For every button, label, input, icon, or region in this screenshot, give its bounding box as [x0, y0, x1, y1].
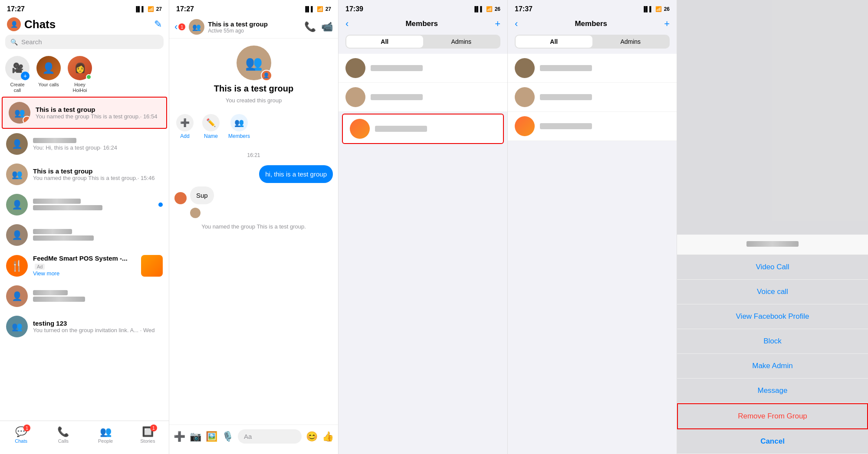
create-call-item[interactable]: 🎥 + Createcall — [5, 56, 30, 93]
nav-chats[interactable]: 💬 1 Chats — [0, 425, 42, 445]
panel-members: 17:39 ▐▌▌ 📶 26 ‹ Members + All Admins — [339, 0, 508, 454]
member-item-1-p3[interactable] — [339, 54, 507, 83]
chat-item-4[interactable]: 👤 — [0, 189, 169, 220]
context-person-name — [677, 235, 868, 255]
chat-item-6[interactable]: 👤 — [0, 281, 169, 311]
chat-info-5 — [33, 228, 163, 242]
chat-item-7[interactable]: 👥 testing 123 You turned on the group in… — [0, 311, 169, 342]
context-message[interactable]: Message — [677, 379, 868, 403]
back-button-p3[interactable]: ‹ — [345, 18, 349, 29]
your-calls-item[interactable]: 👤 Your calls — [36, 56, 61, 88]
chat-name-2 — [33, 137, 163, 144]
time-label-1621: 16:21 — [174, 149, 333, 162]
camera-icon[interactable]: 📷 — [190, 431, 201, 442]
panel-chats: 17:27 ▐▌▌ 📶 27 👤 Chats ✎ 🔍 Search 🎥 + Cr… — [0, 0, 169, 454]
profile-created-label: You created this group — [226, 97, 282, 104]
header-actions: 📞 📹 — [304, 21, 333, 33]
tab-all-p4[interactable]: All — [516, 36, 592, 48]
chat-list: 👥 This is a test group You named the gro… — [0, 97, 169, 421]
chats-header: 👤 Chats ✎ — [0, 15, 169, 35]
member-item-3-p3[interactable] — [342, 114, 504, 144]
ad-item[interactable]: 🍴 FeedMe Smart POS System -... Ad View m… — [0, 250, 169, 281]
member-name-3-p3 — [375, 126, 427, 132]
profile-group-name: This is a test group — [214, 84, 293, 94]
emoji-icon[interactable]: 😊 — [306, 431, 318, 442]
member-name-3-p4 — [540, 123, 592, 129]
name-blur-4 — [33, 199, 81, 204]
member-avatar-2-p3 — [345, 87, 365, 107]
edit-icon[interactable]: ✎ — [154, 19, 162, 30]
context-block[interactable]: Block — [677, 329, 868, 354]
action-members[interactable]: 👥 Members — [228, 114, 250, 139]
back-button-p2[interactable]: ‹ — [174, 21, 178, 33]
chat-meta-4 — [158, 203, 163, 207]
nav-stories[interactable]: 🔲 1 Stories — [127, 425, 169, 445]
name-blur-6 — [33, 290, 68, 295]
tab-admins-p4[interactable]: Admins — [592, 36, 669, 48]
msg-received-group: Sup — [174, 186, 333, 204]
chat-item-3[interactable]: 👥 This is a test group You named the gro… — [0, 159, 169, 189]
context-video-call[interactable]: Video Call — [677, 255, 868, 280]
chat-item-active[interactable]: 👥 This is a test group You named the gro… — [2, 97, 167, 129]
chat-preview-6 — [33, 297, 163, 303]
chat-info-4 — [33, 198, 153, 212]
mic-icon[interactable]: 🎙️ — [222, 431, 233, 442]
user-avatar-header[interactable]: 👤 — [7, 17, 21, 31]
chat-avatar-7: 👥 — [6, 316, 28, 337]
action-name[interactable]: ✏️ Name — [202, 114, 220, 139]
context-voice-call[interactable]: Voice call — [677, 280, 868, 304]
member-item-1-p4[interactable] — [508, 54, 677, 83]
tab-all-p3[interactable]: All — [346, 36, 423, 48]
name-blur-2 — [33, 138, 76, 143]
preview-blur-6 — [33, 297, 85, 302]
time-p2: 17:27 — [176, 5, 194, 13]
search-bar[interactable]: 🔍 Search — [5, 35, 164, 49]
add-content-icon[interactable]: ➕ — [174, 431, 185, 442]
member-item-3-p4[interactable] — [508, 112, 677, 141]
signal-icon-p4: ▐▌▌ — [642, 6, 653, 12]
back-button-p4[interactable]: ‹ — [515, 18, 518, 29]
context-cancel[interactable]: Cancel — [677, 429, 868, 454]
nav-people[interactable]: 👥 People — [85, 425, 127, 445]
chat-item-5[interactable]: 👤 — [0, 220, 169, 250]
voice-call-icon[interactable]: 📞 — [304, 21, 316, 33]
message-input[interactable]: Aa — [238, 429, 302, 444]
add-member-button[interactable]: + — [495, 18, 500, 29]
people-nav-icon: 👥 — [100, 426, 112, 438]
member-item-2-p3[interactable] — [339, 83, 507, 112]
bubble-sent-1: hi, this is a test group — [259, 165, 333, 183]
context-view-profile[interactable]: View Facebook Profile — [677, 304, 868, 329]
search-placeholder: Search — [21, 38, 42, 46]
member-item-2-p4[interactable] — [508, 83, 677, 112]
action-add[interactable]: ➕ Add — [176, 114, 194, 139]
video-call-icon[interactable]: 📹 — [321, 21, 333, 33]
preview-blur-4 — [33, 205, 102, 210]
status-icons-p2: ▐▌▌ 📶 27 — [303, 6, 331, 12]
chat-name-5 — [33, 228, 163, 235]
chat-item-2[interactable]: 👤 You: Hi, this is a test group· 16:24 — [0, 129, 169, 159]
image-icon[interactable]: 🖼️ — [206, 431, 217, 442]
nav-people-label: People — [98, 438, 113, 444]
nav-calls[interactable]: 📞 Calls — [42, 425, 84, 445]
chat-preview-4 — [33, 205, 153, 212]
chat-name-6 — [33, 289, 163, 297]
search-icon: 🔍 — [10, 39, 18, 46]
context-remove-from-group[interactable]: Remove From Group — [677, 403, 868, 429]
ad-view-more[interactable]: View more — [33, 270, 136, 277]
time-p3: 17:39 — [345, 5, 363, 13]
wifi-icon: 📶 — [148, 6, 154, 12]
like-icon[interactable]: 👍 — [322, 431, 334, 442]
signal-icon-p2: ▐▌▌ — [303, 6, 315, 12]
member-avatar-1-p4 — [515, 58, 535, 78]
add-member-button-p4[interactable]: + — [664, 18, 670, 29]
header-status: Active 55m ago — [208, 28, 301, 34]
header-info: This is a test group Active 55m ago — [208, 20, 301, 34]
status-icons-p3: ▐▌▌ 📶 26 — [473, 6, 500, 12]
chat-info-2: You: Hi, this is a test group· 16:24 — [33, 137, 163, 151]
tab-admins-p3[interactable]: Admins — [423, 36, 500, 48]
hoey-item[interactable]: 👩 HoeyHoiHoi — [68, 56, 92, 93]
context-make-admin[interactable]: Make Admin — [677, 354, 868, 379]
battery-icon-p3: 26 — [495, 6, 500, 12]
time-p4: 17:37 — [515, 5, 533, 13]
chats-title: Chats — [24, 18, 56, 31]
